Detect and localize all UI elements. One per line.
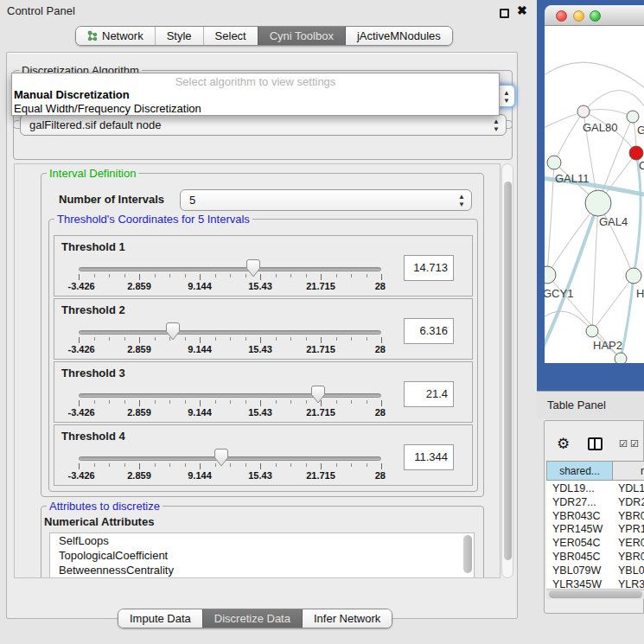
column-header-shared-name[interactable]: shared...: [546, 461, 613, 481]
tab-network[interactable]: Network: [76, 27, 155, 45]
name-cell[interactable]: YBL0: [618, 564, 644, 578]
network-node[interactable]: [627, 111, 639, 123]
slider-track[interactable]: [79, 456, 381, 461]
name-cell[interactable]: YLR3: [618, 578, 644, 589]
network-node[interactable]: [547, 156, 561, 169]
slider-track[interactable]: [79, 330, 381, 335]
table-row[interactable]: YPR145WYPR1: [546, 523, 644, 537]
tick-mark: [276, 274, 277, 277]
slider-thumb[interactable]: [310, 386, 326, 404]
slider-thumb[interactable]: [245, 259, 261, 277]
threshold-value-field[interactable]: 11.344: [404, 444, 454, 470]
attribute-list-item[interactable]: BetweennessCentrality: [50, 563, 474, 577]
algorithm-option-equal-width[interactable]: Equal Width/Frequency Discretization: [14, 102, 201, 115]
attribute-list-item[interactable]: SelfLoops: [50, 533, 474, 548]
tick-mark: [367, 274, 367, 277]
table-data-combobox[interactable]: galFiltered.sif default node ▲▼: [20, 114, 507, 136]
shared-name-cell[interactable]: YBR045C: [552, 551, 601, 564]
shared-name-cell[interactable]: YBR043C: [552, 510, 601, 524]
table-row[interactable]: YBR043CYBR0: [546, 510, 644, 524]
shared-name-cell[interactable]: YDL19...: [552, 482, 595, 496]
algorithm-option-manual[interactable]: Manual Discretization: [14, 88, 130, 101]
tab-cyni-toolbox[interactable]: Cyni Toolbox: [258, 27, 345, 45]
shared-name-cell[interactable]: YPR145W: [552, 523, 603, 537]
network-node[interactable]: [629, 146, 643, 160]
tick-label: -3.426: [68, 281, 95, 291]
threshold-value-field[interactable]: 21.4: [404, 381, 454, 407]
slider-thumb[interactable]: [214, 449, 229, 467]
table-row[interactable]: YBL079WYBL0: [546, 564, 644, 578]
table-horizontal-scrollbar[interactable]: [546, 589, 644, 599]
scrollbar-thumb[interactable]: [549, 590, 642, 598]
tab-discretize-data[interactable]: Discretize Data: [202, 609, 302, 628]
control-panel-tabs: NetworkStyleSelectCyni ToolboxjActiveMNo…: [75, 26, 453, 46]
table-panel-title: Table Panel: [547, 399, 606, 411]
tick-mark: [260, 337, 261, 343]
table-row[interactable]: YBR045CYBR0: [546, 551, 644, 564]
network-node[interactable]: [626, 268, 641, 284]
table-row[interactable]: YLR345WYLR3: [546, 578, 644, 589]
select-none-checkbox-icon[interactable]: ☑: [630, 438, 639, 450]
gear-icon[interactable]: ⚙: [557, 435, 570, 453]
shared-name-cell[interactable]: YDR27...: [552, 496, 596, 510]
control-panel-title: Control Panel: [7, 4, 75, 17]
name-cell[interactable]: YPR1: [618, 523, 644, 537]
minimize-traffic-light-icon[interactable]: [573, 10, 584, 22]
tab-impute-data[interactable]: Impute Data: [118, 609, 202, 628]
tick-mark: [290, 463, 291, 467]
tick-mark: [381, 274, 382, 280]
name-cell[interactable]: YBR0: [618, 551, 644, 564]
name-cell[interactable]: YER0: [618, 537, 644, 551]
network-canvas[interactable]: GAL80GACGAL11GAL4GCY1HHAP2: [545, 26, 644, 363]
attributes-list-scrollbar[interactable]: [463, 535, 472, 573]
combo-stepper-icon: ▲▼: [458, 193, 465, 208]
table-row[interactable]: YDL19...YDL1: [546, 482, 644, 496]
float-window-icon[interactable]: [500, 9, 509, 18]
tick-label: 2.859: [127, 407, 151, 418]
numerical-attributes-list[interactable]: SelfLoopsTopologicalCoefficientBetweenne…: [49, 532, 475, 578]
network-node[interactable]: [577, 105, 590, 118]
network-node[interactable]: [586, 325, 598, 337]
network-edge[interactable]: [554, 112, 583, 163]
network-node[interactable]: [585, 190, 611, 216]
panel-vertical-scrollbar[interactable]: [501, 163, 513, 578]
shared-name-cell[interactable]: YER054C: [552, 537, 601, 551]
name-cell[interactable]: YDR2: [618, 496, 644, 510]
tab-jactivemnodules[interactable]: jActiveMNodules: [345, 27, 452, 45]
tab-infer-network[interactable]: Infer Network: [302, 609, 392, 628]
tick-mark: [367, 337, 367, 341]
slider-track[interactable]: [79, 267, 381, 271]
tab-style[interactable]: Style: [155, 27, 203, 45]
table-row[interactable]: YDR27...YDR2: [546, 496, 644, 510]
scrollbar-thumb[interactable]: [504, 182, 512, 560]
name-cell[interactable]: YDL1: [618, 482, 644, 496]
network-edge[interactable]: [545, 62, 644, 91]
node-table[interactable]: shared... na YDL19...YDL1YDR27...YDR2YBR…: [546, 461, 644, 589]
tick-mark: [321, 463, 322, 469]
close-icon[interactable]: ✖: [517, 3, 527, 17]
table-row[interactable]: YER054CYER0: [546, 537, 644, 551]
network-node[interactable]: [615, 353, 627, 363]
shared-name-cell[interactable]: YBL079W: [552, 564, 601, 578]
zoom-traffic-light-icon[interactable]: [590, 10, 601, 22]
close-traffic-light-icon[interactable]: [556, 10, 567, 22]
name-cell[interactable]: YBR0: [618, 510, 644, 524]
column-header-name[interactable]: na: [612, 461, 644, 481]
select-all-checkbox-icon[interactable]: ☑: [619, 438, 628, 450]
network-node[interactable]: [545, 266, 556, 284]
attribute-list-item[interactable]: TopologicalCoefficient: [50, 548, 474, 563]
shared-name-cell[interactable]: YLR345W: [552, 578, 602, 589]
slider-track[interactable]: [79, 393, 381, 398]
threshold-value-field[interactable]: 6.316: [404, 318, 454, 344]
network-node-label: HAP2: [593, 339, 622, 352]
columns-icon[interactable]: [588, 437, 603, 450]
network-window-titlebar[interactable]: [545, 5, 644, 26]
tick-label: -3.426: [68, 344, 95, 354]
slider-thumb[interactable]: [165, 322, 181, 341]
tab-select[interactable]: Select: [203, 27, 258, 45]
tick-mark: [306, 463, 307, 467]
network-node-label: GAL11: [555, 172, 590, 185]
threshold-value-field[interactable]: 14.713: [404, 255, 454, 281]
number-of-intervals-combobox[interactable]: 5 ▲▼: [180, 189, 472, 211]
network-edge-highlighted[interactable]: [621, 276, 634, 359]
